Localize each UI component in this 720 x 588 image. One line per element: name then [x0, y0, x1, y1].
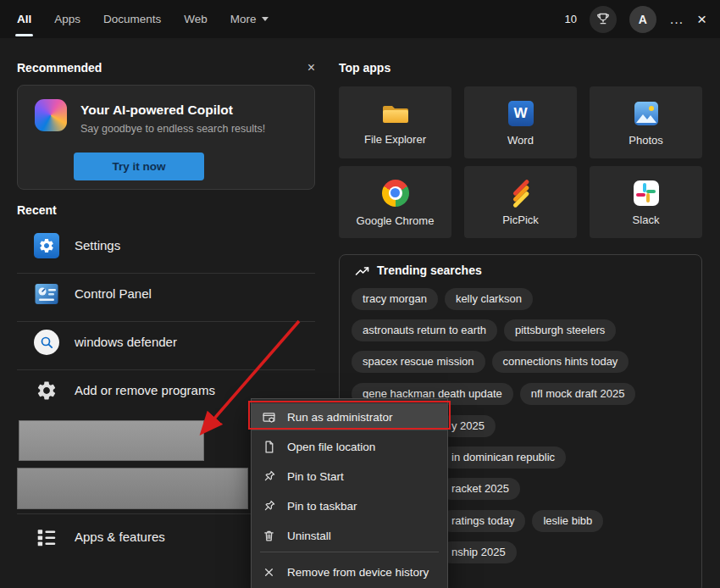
app-tile-picpick[interactable]: PicPick	[464, 166, 577, 238]
trending-pill[interactable]: racket 2025	[440, 478, 520, 500]
redacted-item[interactable]	[17, 468, 248, 509]
photos-icon	[634, 101, 659, 126]
menu-item-run-as-administrator[interactable]: Run as administrator	[252, 403, 447, 430]
rewards-count: 10	[564, 13, 576, 25]
menu-item-label: Pin to taskbar	[287, 500, 357, 513]
trending-icon	[354, 263, 371, 280]
trending-row: nship 2025	[440, 541, 517, 563]
tab-all-label: All	[17, 13, 31, 25]
trending-pill[interactable]: pittsburgh steelers	[504, 319, 616, 341]
remove-icon	[262, 565, 276, 580]
trending-pill[interactable]: tracy morgan	[352, 288, 438, 310]
recent-item-control-panel[interactable]: Control Panel	[17, 274, 315, 313]
copilot-logo-icon	[35, 99, 67, 131]
app-tile-label: Photos	[629, 134, 662, 147]
app-tile-file-explorer[interactable]: File Explorer	[339, 86, 451, 158]
trending-pill[interactable]: spacex rescue mission	[352, 351, 485, 373]
trending-row: tracy morgan kelly clarkson	[352, 288, 533, 310]
word-icon: W	[508, 101, 534, 126]
tab-all[interactable]: All	[17, 0, 31, 38]
windows-search-panel: All Apps Documents Web More 10 A … × Rec…	[0, 0, 720, 588]
copilot-subtitle: Say goodbye to endless search results!	[80, 123, 265, 135]
recent-title: Recent	[17, 203, 57, 217]
close-icon[interactable]: ×	[697, 11, 706, 27]
trending-pill[interactable]: nship 2025	[440, 541, 517, 563]
app-tile-label: Google Chrome	[357, 214, 435, 227]
trending-row: racket 2025	[440, 478, 520, 500]
open-file-location-icon	[262, 440, 276, 454]
app-list-icon	[34, 524, 59, 550]
trending-pill[interactable]: astronauts return to earth	[352, 319, 497, 341]
menu-item-uninstall[interactable]: Uninstall	[252, 522, 447, 549]
tab-documents[interactable]: Documents	[103, 0, 161, 38]
app-tile-photos[interactable]: Photos	[590, 86, 702, 158]
trending-pill[interactable]: in dominican republic	[440, 447, 566, 469]
trophy-icon	[595, 11, 612, 28]
menu-item-open-file-location[interactable]: Open file location	[252, 433, 447, 460]
menu-item-pin-to-start[interactable]: Pin to Start	[252, 463, 447, 490]
tab-apps-label: Apps	[54, 13, 80, 25]
chevron-down-icon	[262, 17, 269, 21]
trending-pill[interactable]: y 2025	[440, 415, 496, 437]
redacted-item[interactable]	[19, 420, 204, 461]
app-tile-label: PicPick	[502, 214, 539, 226]
tab-web-label: Web	[184, 13, 208, 25]
app-tile-label: Slack	[633, 214, 660, 226]
app-tile-word[interactable]: W Word	[464, 86, 577, 158]
try-it-now-button[interactable]: Try it now	[74, 153, 204, 180]
recommended-header: Recommended ×	[17, 61, 315, 75]
avatar[interactable]: A	[629, 6, 656, 33]
control-panel-icon	[34, 281, 59, 307]
picpick-icon	[508, 180, 534, 206]
app-tile-slack[interactable]: Slack	[590, 166, 702, 238]
trash-icon	[262, 529, 276, 543]
trending-pill[interactable]: ratings today	[440, 510, 525, 532]
slack-icon	[634, 180, 659, 206]
trending-row: astronauts return to earth pittsburgh st…	[352, 319, 616, 341]
trending-row: spacex rescue mission connections hints …	[352, 351, 629, 373]
trending-pill[interactable]: nfl mock draft 2025	[520, 383, 636, 405]
app-tile-label: File Explorer	[364, 133, 426, 146]
menu-item-remove-from-device-history[interactable]: Remove from device history	[252, 558, 447, 585]
recent-item-settings[interactable]: Settings	[17, 225, 315, 265]
recent-item-label: windows defender	[75, 335, 177, 349]
menu-item-label: Open file location	[287, 441, 375, 453]
more-options-icon[interactable]: …	[669, 11, 684, 28]
chrome-icon	[382, 180, 409, 207]
avatar-letter: A	[639, 13, 647, 26]
tab-web[interactable]: Web	[184, 0, 208, 38]
topbar-actions: 10 A … ×	[564, 0, 706, 38]
trending-pill[interactable]: leslie bibb	[532, 510, 603, 532]
tab-documents-label: Documents	[103, 13, 161, 25]
apps-and-features-label: Apps & features	[75, 530, 165, 544]
search-tabs: All Apps Documents Web More	[17, 0, 269, 38]
tab-apps[interactable]: Apps	[54, 0, 80, 38]
menu-item-label: Run as administrator	[287, 411, 393, 424]
app-tile-google-chrome[interactable]: Google Chrome	[339, 166, 451, 238]
run-as-administrator-icon	[262, 410, 276, 424]
trending-row: in dominican republic	[440, 447, 566, 469]
trending-pill[interactable]: connections hints today	[492, 351, 629, 373]
menu-divider	[260, 552, 439, 552]
menu-item-label: Uninstall	[287, 530, 331, 542]
menu-item-label: Remove from device history	[287, 566, 429, 579]
pin-icon	[262, 469, 276, 484]
menu-item-pin-to-taskbar[interactable]: Pin to taskbar	[252, 492, 447, 519]
tab-more[interactable]: More	[230, 0, 269, 38]
copilot-title: Your AI-powered Copilot	[80, 103, 233, 118]
context-menu: Run as administrator Open file location …	[251, 398, 448, 588]
recommended-close-icon[interactable]: ×	[307, 61, 315, 75]
recommended-title: Recommended	[17, 61, 102, 75]
rewards-button[interactable]	[590, 6, 617, 33]
trending-row: y 2025	[440, 415, 496, 437]
topbar: All Apps Documents Web More 10 A … ×	[0, 0, 720, 38]
menu-item-label: Pin to Start	[287, 470, 344, 483]
recent-item-label: Control Panel	[75, 286, 152, 301]
tab-more-label: More	[230, 13, 257, 25]
word-letter: W	[513, 105, 527, 122]
trending-pill[interactable]: kelly clarkson	[445, 288, 533, 310]
trending-row: ratings today leslie bibb	[440, 510, 603, 532]
recent-item-windows-defender[interactable]: windows defender	[17, 322, 315, 362]
top-apps-title: Top apps	[339, 61, 390, 75]
pin-icon	[262, 499, 276, 513]
